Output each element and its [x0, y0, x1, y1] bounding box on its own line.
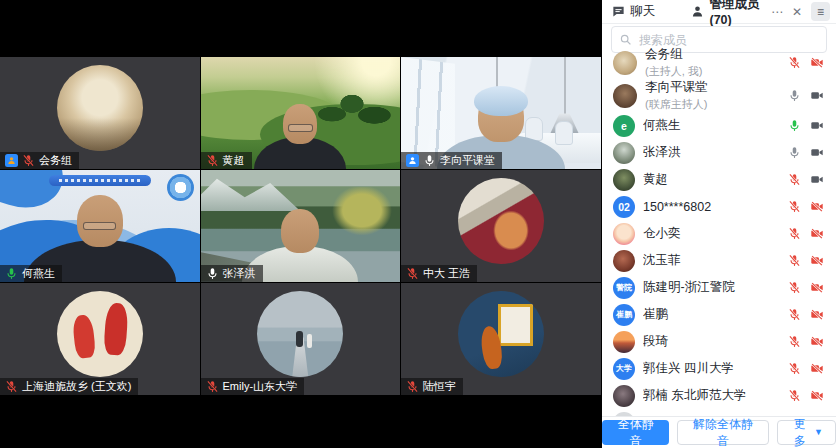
mic-muted-icon[interactable] — [785, 227, 803, 240]
participant-name: 上海迪旎故乡 (王文欢) — [22, 379, 131, 394]
tab-chat[interactable]: 聊天 — [612, 3, 691, 20]
video-tile-9[interactable]: 陆恒宇 — [401, 283, 601, 395]
mic-on-icon[interactable] — [785, 89, 803, 102]
mic-muted-icon[interactable] — [785, 281, 803, 294]
member-name: 会务组 — [645, 46, 780, 63]
member-texts: 沈玉菲 — [643, 252, 780, 269]
video-tile-4[interactable]: 何燕生 — [0, 170, 200, 282]
mic-muted-icon[interactable] — [785, 308, 803, 321]
mic-muted-icon — [22, 154, 35, 167]
members-panel: 聊天 管理成员 (70) ⋯ ✕ ≡ 会务组 (主持人, 我) 李向平课 — [602, 0, 836, 448]
mic-muted-icon[interactable] — [785, 200, 803, 213]
member-avatar: e — [613, 115, 635, 137]
member-texts: 郭楠 东北师范大学 — [643, 387, 780, 404]
video-tile-8[interactable]: Emily-山东大学 — [201, 283, 401, 395]
participant-name: 陆恒宇 — [423, 379, 456, 394]
member-list: 会务组 (主持人, 我) 李向平课堂 (联席主持人) e 何燕生 张泽洪 黄超 — [602, 46, 836, 448]
camera-off-icon[interactable] — [808, 281, 826, 294]
banner — [49, 175, 151, 186]
member-avatar — [613, 169, 635, 191]
tab-manage-members[interactable]: 管理成员 (70) — [691, 0, 770, 27]
mic-speaking-icon[interactable] — [785, 119, 803, 132]
participant-name: 何燕生 — [22, 266, 55, 281]
member-row[interactable]: 段琦 — [602, 328, 836, 355]
mic-on-icon — [206, 267, 219, 280]
profile-avatar — [458, 291, 544, 377]
tab-label: 聊天 — [630, 3, 655, 20]
video-tile-1[interactable]: 会务组 — [0, 57, 200, 169]
member-row[interactable]: 沈玉菲 — [602, 247, 836, 274]
participant-name: Emily-山东大学 — [223, 379, 298, 394]
more-icon[interactable]: ⋯ — [771, 6, 783, 18]
participant-figure — [254, 104, 346, 169]
mic-muted-icon[interactable] — [785, 173, 803, 186]
member-row[interactable]: 会务组 (主持人, 我) — [602, 46, 836, 79]
panel-footer: 全体静音 解除全体静音 更多 ▼ — [602, 416, 836, 448]
member-avatar — [613, 51, 637, 75]
member-avatar — [613, 223, 635, 245]
member-texts: 何燕生 — [643, 117, 780, 134]
mic-on-icon[interactable] — [785, 146, 803, 159]
tile-name-label: Emily-山东大学 — [201, 378, 305, 395]
member-row[interactable]: 02 150****6802 — [602, 193, 836, 220]
member-avatar — [613, 331, 635, 353]
member-row[interactable]: 崔鹏 崔鹏 — [602, 301, 836, 328]
more-button[interactable]: 更多 ▼ — [777, 420, 836, 445]
cohost-badge-icon — [406, 154, 419, 167]
member-name: 张泽洪 — [643, 144, 780, 161]
tab-label: 管理成员 (70) — [709, 0, 770, 27]
camera-on-icon[interactable] — [808, 173, 826, 186]
member-texts: 张泽洪 — [643, 144, 780, 161]
member-role: (联席主持人) — [645, 97, 780, 112]
camera-on-icon[interactable] — [808, 89, 826, 102]
member-row[interactable]: 仓小奕 — [602, 220, 836, 247]
more-button-label: 更多 — [790, 416, 810, 448]
member-texts: 会务组 (主持人, 我) — [645, 46, 780, 79]
member-row[interactable]: 黄超 — [602, 166, 836, 193]
camera-off-icon[interactable] — [808, 308, 826, 321]
video-tile-2[interactable]: 黄超 — [201, 57, 401, 169]
member-row[interactable]: 李向平课堂 (联席主持人) — [602, 79, 836, 112]
member-avatar: 警院 — [613, 277, 635, 299]
mic-muted-icon[interactable] — [785, 362, 803, 375]
layout-icon[interactable]: ≡ — [811, 2, 830, 21]
participant-name: 中大 王浩 — [423, 266, 470, 281]
member-avatar — [613, 250, 635, 272]
close-icon[interactable]: ✕ — [792, 6, 802, 18]
member-texts: 李向平课堂 (联席主持人) — [645, 79, 780, 112]
unmute-all-button[interactable]: 解除全体静音 — [677, 420, 768, 445]
mic-muted-icon[interactable] — [785, 335, 803, 348]
camera-off-icon[interactable] — [808, 200, 826, 213]
camera-off-icon[interactable] — [808, 227, 826, 240]
video-tile-5[interactable]: 张泽洪 — [201, 170, 401, 282]
tile-name-label: 上海迪旎故乡 (王文欢) — [0, 378, 138, 395]
camera-on-icon[interactable] — [808, 146, 826, 159]
member-name: 郭楠 东北师范大学 — [643, 387, 780, 404]
mic-muted-icon[interactable] — [785, 389, 803, 402]
member-name: 崔鹏 — [643, 306, 780, 323]
host-badge-icon — [5, 154, 18, 167]
mic-muted-icon[interactable] — [785, 254, 803, 267]
camera-on-icon[interactable] — [808, 119, 826, 132]
camera-off-icon[interactable] — [808, 56, 826, 69]
video-tile-6[interactable]: 中大 王浩 — [401, 170, 601, 282]
camera-off-icon[interactable] — [808, 362, 826, 375]
member-row[interactable]: e 何燕生 — [602, 112, 836, 139]
member-row[interactable]: 大学 郭佳兴 四川大学 — [602, 355, 836, 382]
camera-off-icon[interactable] — [808, 335, 826, 348]
camera-off-icon[interactable] — [808, 254, 826, 267]
video-tile-3[interactable]: 李向平课堂 — [401, 57, 601, 169]
member-row[interactable]: 警院 陈建明-浙江警院 — [602, 274, 836, 301]
mic-muted-icon — [5, 380, 18, 393]
mic-muted-icon[interactable] — [785, 56, 803, 69]
participant-name: 黄超 — [223, 153, 245, 168]
video-tile-7[interactable]: 上海迪旎故乡 (王文欢) — [0, 283, 200, 395]
member-row[interactable]: 郭楠 东北师范大学 — [602, 382, 836, 409]
camera-off-icon[interactable] — [808, 389, 826, 402]
caret-down-icon: ▼ — [814, 428, 823, 437]
member-row[interactable]: 张泽洪 — [602, 139, 836, 166]
members-icon — [691, 5, 704, 18]
tile-name-label: 张泽洪 — [201, 265, 263, 282]
participant-name: 会务组 — [39, 153, 72, 168]
mute-all-button[interactable]: 全体静音 — [602, 420, 669, 445]
